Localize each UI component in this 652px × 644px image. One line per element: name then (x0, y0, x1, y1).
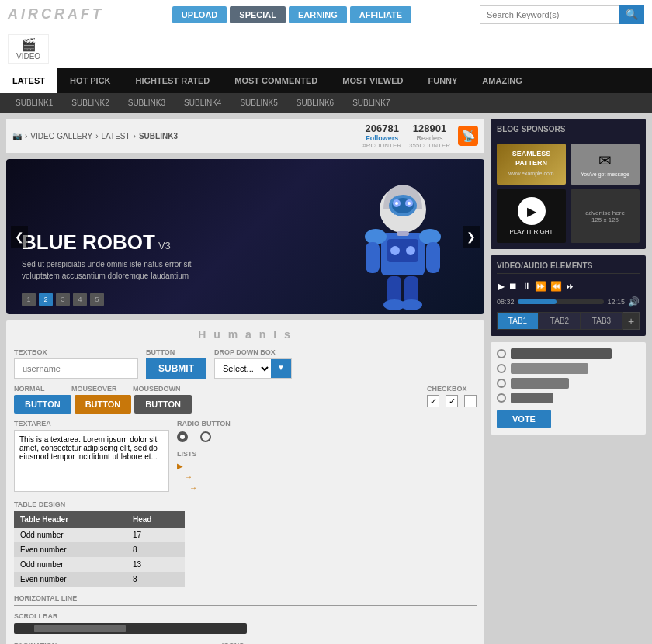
list-item-2: → (177, 473, 477, 481)
radio-dot-3[interactable] (497, 379, 506, 388)
dropdown-select[interactable]: Select... (215, 359, 271, 378)
sub-item-6[interactable]: SUBLINK6 (287, 93, 343, 113)
svg-rect-13 (366, 242, 380, 273)
fast-forward-button[interactable]: ⏩ (534, 280, 547, 293)
sponsor-advertise[interactable]: advertise here125 x 125 (570, 189, 640, 243)
checkbox-3[interactable] (464, 395, 477, 407)
breadcrumb: 📷 › VIDEO GALLERY › LATEST › SUBLINK3 (12, 132, 178, 140)
btn-mouseover[interactable]: BUTTON (75, 395, 132, 414)
nav-item-amazing[interactable]: AMAZING (470, 68, 534, 93)
earning-button[interactable]: EARNING (289, 6, 347, 23)
scrollbar-thumb[interactable] (34, 625, 126, 632)
nav-item-viewed[interactable]: MOST VIEWED (330, 68, 415, 93)
readers-label: Readers (409, 134, 450, 142)
list-arrow-3: → (189, 483, 197, 492)
social-stats: 206781 Followers #RCOUNTER 128901 Reader… (362, 123, 478, 149)
scrollbar-track[interactable] (14, 623, 247, 634)
vote-button[interactable]: VOTE (497, 410, 551, 428)
sub-item-4[interactable]: SUBLINK4 (175, 93, 231, 113)
elements-section: H u m a n I s TEXTBOX BUTTON SUBMIT DROP… (6, 320, 484, 644)
player-tab-add[interactable]: + (623, 312, 640, 330)
player-tab-3[interactable]: TAB3 (581, 312, 623, 330)
rewind-button[interactable]: ⏪ (550, 280, 563, 293)
dot-1[interactable]: 1 (22, 293, 36, 306)
skip-next-button[interactable]: ⏭ (565, 280, 576, 293)
radio-dot-2[interactable] (497, 364, 506, 373)
checkbox-1[interactable]: ✓ (427, 395, 439, 407)
btn-normal[interactable]: BUTTON (14, 395, 71, 414)
radio-2[interactable] (200, 431, 211, 442)
video-icon: 🎬 (21, 37, 36, 52)
list-item-3: → (177, 483, 477, 492)
search-button[interactable]: 🔍 (619, 5, 644, 24)
radio-1[interactable] (177, 431, 188, 442)
radio-dot-1[interactable] (497, 349, 506, 358)
btn-states-group: NORMAL MOUSEOVER MOUSEDOWN BUTTON BUTTON… (14, 385, 419, 414)
play-button[interactable]: ▶ (497, 280, 505, 293)
sub-item-1[interactable]: SUBLINK1 (6, 93, 62, 113)
breadcrumb-latest[interactable]: LATEST (102, 132, 130, 140)
btn-states-labels: NORMAL MOUSEOVER MOUSEDOWN (14, 385, 419, 393)
button-label: BUTTON (146, 348, 206, 356)
nav-item-highrated[interactable]: HIGHTEST RATED (123, 68, 223, 93)
sponsor-seamless[interactable]: SEAMLESS PATTERN www.example.com (497, 144, 566, 185)
sub-item-5[interactable]: SUBLINK5 (231, 93, 286, 113)
dot-4[interactable]: 4 (73, 293, 87, 306)
breadcrumb-sublink3[interactable]: SUBLINK3 (139, 132, 178, 140)
textarea-field[interactable]: This is a textarea. Lorem ipsum dolor si… (14, 430, 169, 492)
submit-button[interactable]: SUBMIT (146, 358, 206, 379)
play-title: PLAY IT RIGHT (509, 228, 553, 235)
svg-point-6 (408, 202, 411, 205)
breadcrumb-icon: 📷 (12, 132, 22, 140)
player-tab-2[interactable]: TAB2 (539, 312, 581, 330)
sponsors-title: BLOG SPONSORS (497, 125, 640, 137)
svg-point-18 (401, 299, 422, 310)
nav-item-latest[interactable]: LATEST (0, 68, 57, 93)
table-row: Odd number 13 (14, 557, 185, 572)
breadcrumb-gallery[interactable]: VIDEO GALLERY (30, 132, 92, 140)
sub-item-3[interactable]: SUBLINK3 (119, 93, 175, 113)
nav-item-funny[interactable]: FUNNY (415, 68, 470, 93)
table-cell: Even number (14, 542, 127, 557)
video-nav-item[interactable]: 🎬 VIDEO (8, 34, 49, 64)
pause-button[interactable]: ⏸ (521, 280, 532, 293)
sub-item-2[interactable]: SUBLINK2 (62, 93, 118, 113)
readers-count: 128901 (409, 123, 450, 134)
special-button[interactable]: SPECIAL (230, 6, 286, 23)
sub-item-7[interactable]: SUBLINK7 (343, 93, 399, 113)
table-cell: Odd number (14, 528, 127, 542)
checkbox-2[interactable]: ✓ (446, 395, 458, 407)
slider-next-button[interactable]: ❯ (463, 226, 480, 248)
button-group: BUTTON SUBMIT (146, 348, 206, 379)
rss-icon[interactable]: 📡 (458, 126, 478, 146)
radio-dot-4[interactable] (497, 393, 506, 403)
mousedown-label: MOUSEDOWN (133, 385, 181, 393)
textarea-group: TEXTAREA This is a textarea. Lorem ipsum… (14, 420, 169, 494)
sponsor-mail[interactable]: ✉ You've got message (570, 144, 640, 185)
dropdown-label: DROP DOWN BOX (214, 348, 292, 356)
breadcrumb-sep: › (25, 132, 27, 140)
search-input[interactable] (480, 5, 619, 24)
header: AIRCRAFT UPLOAD SPECIAL EARNING AFFILIAT… (0, 0, 652, 29)
stop-button[interactable]: ⏹ (508, 280, 518, 293)
elements-title: H u m a n I s (14, 328, 477, 341)
affiliate-button[interactable]: AFFILIATE (350, 6, 411, 23)
sponsor-play[interactable]: ▶ PLAY IT RIGHT (497, 189, 566, 243)
textbox-group: TEXTBOX (14, 348, 138, 379)
search-bar: 🔍 (480, 5, 644, 24)
progress-bar[interactable] (518, 299, 605, 304)
player-tab-1[interactable]: TAB1 (497, 312, 539, 330)
btn-mousedown[interactable]: BUTTON (134, 395, 192, 414)
mail-text: You've got message (581, 171, 629, 177)
slider-prev-button[interactable]: ❮ (11, 226, 28, 248)
nav-item-commented[interactable]: MOST COMMENTED (222, 68, 330, 93)
username-input[interactable] (14, 358, 138, 379)
table-row: Even number 8 (14, 572, 185, 587)
dot-3[interactable]: 3 (56, 293, 70, 306)
list-item-1: ▶ (177, 462, 477, 470)
dot-5[interactable]: 5 (90, 293, 104, 306)
upload-button[interactable]: UPLOAD (172, 6, 227, 23)
radio-label: RADIO BUTTON (177, 420, 477, 428)
nav-item-hotpick[interactable]: HOT PICK (57, 68, 123, 93)
dot-2[interactable]: 2 (39, 293, 53, 306)
